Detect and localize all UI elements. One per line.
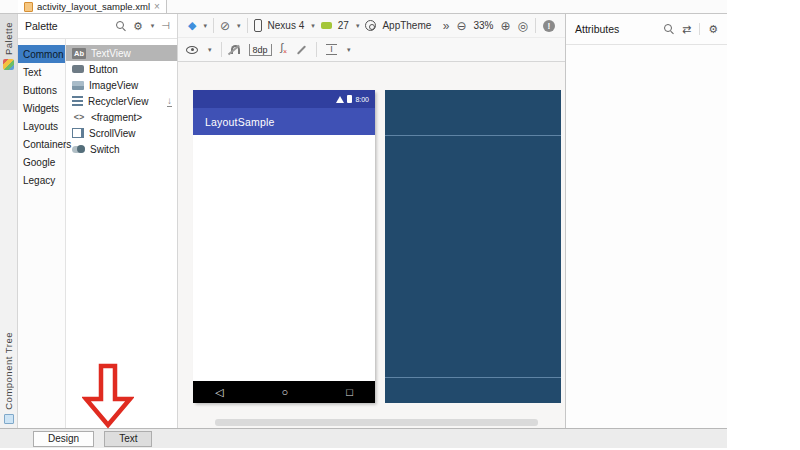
design-toolbar: ◆ ▾ ⊘ ▾ Nexus 4 ▾ 27 ▾ AppTheme » ⊖ 33% … bbox=[178, 14, 565, 38]
scrollview-icon bbox=[72, 128, 84, 138]
gear-icon[interactable]: ⚙ bbox=[133, 21, 143, 32]
preview-nav-bar: ◁ ○ □ bbox=[193, 381, 375, 403]
chevron-down-icon[interactable]: ▾ bbox=[208, 46, 212, 54]
default-margin-selector[interactable]: 8dp bbox=[249, 44, 272, 56]
infer-constraints-icon[interactable] bbox=[297, 45, 306, 54]
api-level-selector[interactable]: 27 bbox=[338, 20, 349, 31]
battery-icon bbox=[347, 95, 352, 103]
category-buttons[interactable]: Buttons bbox=[18, 81, 65, 99]
preview-app-bar: LayoutSample bbox=[193, 108, 375, 135]
search-icon[interactable] bbox=[664, 24, 674, 34]
tab-design[interactable]: Design bbox=[33, 431, 94, 447]
category-layouts[interactable]: Layouts bbox=[18, 117, 65, 135]
category-legacy[interactable]: Legacy bbox=[18, 171, 65, 189]
attributes-header: Attributes ⇄ ⚙ bbox=[566, 14, 727, 45]
hide-panel-icon[interactable]: ⊣ bbox=[161, 21, 170, 31]
component-recyclerview[interactable]: RecyclerView ↓ bbox=[66, 93, 177, 109]
toolbar-separator bbox=[247, 18, 248, 33]
device-icon bbox=[254, 19, 262, 32]
palette-icon bbox=[3, 59, 14, 70]
fragment-icon: <> bbox=[72, 112, 86, 122]
horizontal-scrollbar[interactable] bbox=[215, 419, 538, 426]
tool-button-component-tree[interactable]: Component Tree bbox=[0, 332, 17, 426]
recyclerview-icon bbox=[72, 96, 83, 106]
category-text[interactable]: Text bbox=[18, 63, 65, 81]
status-time: 8:00 bbox=[355, 96, 369, 103]
preview-app-title: LayoutSample bbox=[205, 116, 275, 128]
zoom-out-button[interactable]: ⊖ bbox=[456, 20, 466, 32]
overflow-icon[interactable]: » bbox=[443, 20, 450, 32]
component-fragment[interactable]: <> <fragment> bbox=[66, 109, 177, 125]
design-surface-icon[interactable]: ◆ bbox=[188, 20, 196, 31]
close-icon[interactable]: × bbox=[154, 2, 160, 12]
editor-tab-bar: activity_layout_sample.xml × bbox=[0, 0, 727, 14]
component-button[interactable]: Button bbox=[66, 61, 177, 77]
nav-back-icon: ◁ bbox=[215, 387, 223, 398]
zoom-fit-button[interactable]: ◎ bbox=[518, 20, 528, 32]
orientation-icon[interactable]: ⊘ bbox=[220, 20, 230, 32]
category-widgets[interactable]: Widgets bbox=[18, 99, 65, 117]
left-tool-strip: Palette Component Tree bbox=[0, 14, 18, 428]
component-imageview[interactable]: ImageView bbox=[66, 77, 177, 93]
annotation-arrow-down bbox=[82, 363, 134, 429]
toolbar-separator bbox=[221, 42, 222, 57]
chevron-down-icon[interactable]: ▾ bbox=[356, 22, 360, 30]
category-google[interactable]: Google bbox=[18, 153, 65, 171]
component-tree-icon bbox=[4, 414, 14, 424]
palette-strip-label: Palette bbox=[3, 22, 14, 55]
tool-button-palette[interactable]: Palette bbox=[0, 14, 17, 110]
swap-view-icon[interactable]: ⇄ bbox=[682, 23, 691, 36]
tab-text[interactable]: Text bbox=[104, 431, 152, 447]
palette-category-list: Common Text Buttons Widgets Layouts Cont… bbox=[18, 39, 66, 428]
component-label: <fragment> bbox=[91, 112, 142, 123]
search-icon[interactable] bbox=[116, 21, 126, 31]
gear-icon[interactable]: ⚙ bbox=[708, 24, 718, 35]
component-label: Switch bbox=[90, 144, 119, 155]
theme-selector[interactable]: AppTheme bbox=[382, 20, 431, 31]
api-level-icon bbox=[321, 22, 332, 29]
editor-tab-activity-layout-sample[interactable]: activity_layout_sample.xml × bbox=[18, 0, 167, 13]
clear-constraints-icon[interactable]: ʃ× bbox=[281, 42, 288, 57]
chevron-down-icon[interactable]: ▾ bbox=[347, 46, 351, 54]
attributes-title: Attributes bbox=[575, 23, 656, 35]
constraint-toolbar: ▾ 8dp ʃ× I ▾ bbox=[178, 38, 565, 62]
chevron-down-icon[interactable]: ▾ bbox=[311, 22, 315, 30]
toolbar-separator bbox=[699, 23, 700, 35]
zoom-level: 33% bbox=[473, 20, 493, 31]
nav-recents-icon: □ bbox=[346, 387, 353, 398]
chevron-down-icon[interactable]: ▾ bbox=[203, 22, 207, 30]
design-view-device[interactable]: 8:00 LayoutSample ◁ ○ □ bbox=[193, 90, 375, 403]
toolbar-separator bbox=[213, 18, 214, 33]
view-options-icon[interactable] bbox=[186, 46, 198, 54]
component-label: Button bbox=[89, 64, 118, 75]
gear-dropdown-icon[interactable]: ▾ bbox=[151, 22, 155, 30]
preview-content-area[interactable] bbox=[193, 135, 375, 381]
component-scrollview[interactable]: ScrollView bbox=[66, 125, 177, 141]
toolbar-separator bbox=[535, 18, 536, 33]
device-selector[interactable]: Nexus 4 bbox=[268, 20, 305, 31]
autoconnect-icon[interactable] bbox=[231, 45, 240, 54]
warnings-icon[interactable]: ! bbox=[543, 20, 555, 32]
blueprint-view[interactable] bbox=[385, 90, 561, 403]
theme-icon bbox=[365, 20, 376, 31]
xml-file-icon bbox=[24, 2, 33, 12]
pack-align-icon[interactable]: I bbox=[326, 44, 337, 55]
wifi-icon bbox=[336, 96, 344, 103]
blueprint-guideline bbox=[385, 377, 561, 378]
editor-tab-title: activity_layout_sample.xml bbox=[37, 1, 150, 12]
editor-mode-tab-bar: Design Text bbox=[0, 428, 727, 448]
category-containers[interactable]: Containers bbox=[18, 135, 65, 153]
download-icon[interactable]: ↓ bbox=[167, 96, 172, 107]
category-common[interactable]: Common bbox=[18, 45, 65, 63]
component-switch[interactable]: Switch bbox=[66, 141, 177, 157]
component-label: ImageView bbox=[89, 80, 138, 91]
zoom-in-button[interactable]: ⊕ bbox=[500, 20, 510, 32]
screenshot-root: activity_layout_sample.xml × Palette Com… bbox=[0, 0, 800, 450]
chevron-down-icon[interactable]: ▾ bbox=[237, 22, 241, 30]
design-surface[interactable]: 8:00 LayoutSample ◁ ○ □ bbox=[178, 62, 565, 428]
component-label: RecyclerView bbox=[88, 96, 148, 107]
nav-home-icon: ○ bbox=[282, 387, 289, 398]
component-tree-strip-label: Component Tree bbox=[3, 332, 14, 410]
preview-status-bar: 8:00 bbox=[193, 90, 375, 108]
component-textview[interactable]: Ab TextView bbox=[66, 45, 177, 61]
